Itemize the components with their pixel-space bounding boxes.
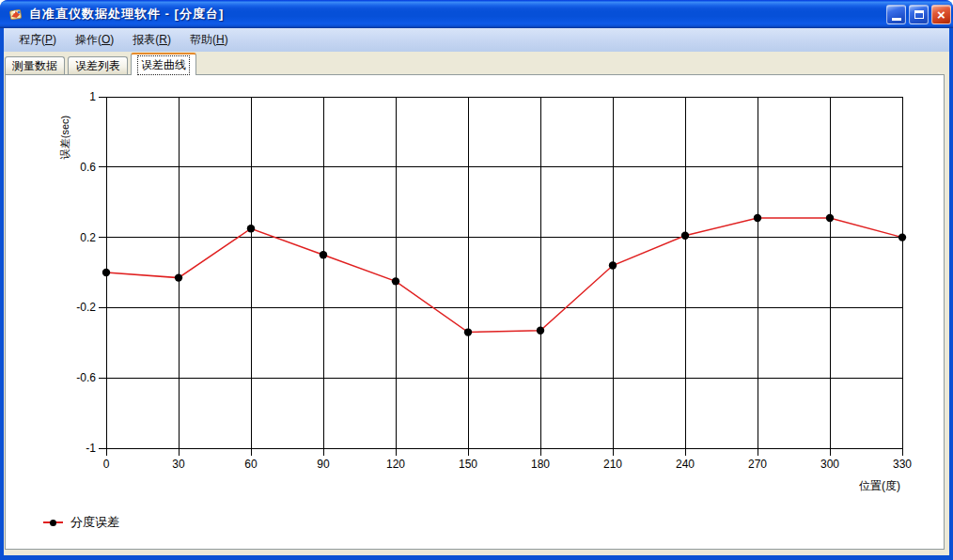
menubar: 程序(P) 操作(O) 报表(R) 帮助(H): [4, 28, 949, 52]
tab-label: 误差曲线: [137, 55, 190, 75]
svg-text:60: 60: [244, 458, 258, 471]
svg-text:270: 270: [748, 458, 767, 471]
svg-text:0: 0: [103, 458, 110, 471]
legend-line-swatch: [43, 521, 63, 523]
tab-error-list[interactable]: 误差列表: [68, 56, 128, 75]
maximize-icon: [914, 10, 924, 19]
app-icon[interactable]: [8, 7, 23, 22]
svg-text:-0.6: -0.6: [76, 371, 96, 384]
svg-text:210: 210: [603, 458, 622, 471]
minimize-button[interactable]: [886, 5, 906, 24]
svg-text:180: 180: [531, 458, 550, 471]
maximize-button[interactable]: [909, 5, 929, 24]
close-button[interactable]: ×: [931, 5, 951, 24]
svg-text:120: 120: [386, 458, 405, 471]
x-axis-label: 位置(度): [859, 478, 900, 494]
svg-text:90: 90: [317, 458, 330, 471]
legend: 分度误差: [43, 514, 119, 531]
svg-text:300: 300: [820, 458, 839, 471]
tab-measurement-data[interactable]: 测量数据: [5, 56, 65, 75]
tab-strip: 测量数据 误差列表 误差曲线: [5, 53, 196, 75]
tab-label: 误差列表: [75, 58, 120, 74]
svg-text:0.2: 0.2: [80, 231, 96, 244]
svg-text:-0.2: -0.2: [76, 301, 96, 314]
minimize-icon: [892, 18, 901, 21]
svg-text:1: 1: [89, 90, 96, 103]
chart-svg: 10.60.2-0.2-0.6-103060901201501802102402…: [6, 75, 944, 549]
tab-label: 测量数据: [12, 58, 57, 74]
client-area: 测量数据 误差列表 误差曲线 10.60.2-0.2-0.6-103060901…: [4, 52, 949, 555]
titlebar: 自准直仪数据处理软件 - [分度台] ×: [0, 0, 953, 28]
window-title: 自准直仪数据处理软件 - [分度台]: [29, 6, 224, 23]
svg-text:0.6: 0.6: [80, 161, 96, 174]
legend-marker-dot: [50, 520, 56, 526]
window: 自准直仪数据处理软件 - [分度台] × 程序(P) 操作(O) 报表(R) 帮…: [0, 0, 953, 560]
legend-label: 分度误差: [70, 514, 119, 531]
svg-text:-1: -1: [86, 442, 96, 455]
tab-error-curve[interactable]: 误差曲线: [131, 53, 196, 75]
menu-item-operation[interactable]: 操作(O): [66, 28, 123, 52]
svg-text:150: 150: [459, 458, 477, 471]
window-controls: ×: [886, 5, 951, 24]
close-icon: ×: [937, 8, 945, 22]
svg-text:240: 240: [676, 458, 695, 471]
menu-item-report[interactable]: 报表(R): [123, 28, 180, 52]
menu-item-program[interactable]: 程序(P): [9, 28, 66, 52]
svg-text:330: 330: [893, 458, 912, 471]
error-curve-panel: 10.60.2-0.2-0.6-103060901201501802102402…: [5, 74, 945, 550]
y-axis-label: 误差(sec): [58, 100, 71, 175]
svg-text:30: 30: [172, 458, 185, 471]
menu-item-help[interactable]: 帮助(H): [180, 28, 238, 52]
